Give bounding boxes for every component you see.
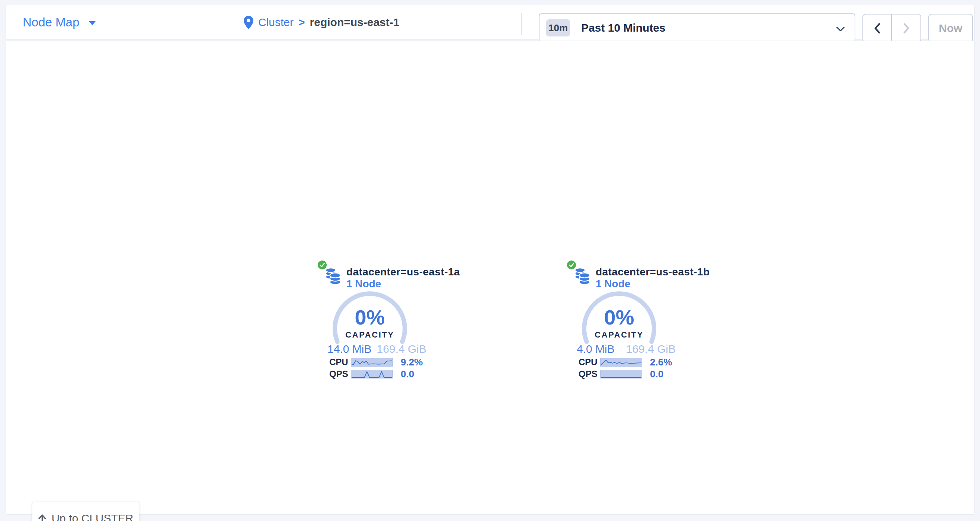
view-selector-label: Node Map: [23, 15, 79, 29]
capacity-percent: 0%: [568, 305, 670, 329]
capacity-label: CAPACITY: [318, 330, 421, 340]
breadcrumb: Cluster > region=us-east-1: [244, 5, 399, 40]
location-pin-icon: [244, 16, 253, 29]
qps-metric-row: QPS 0.0: [579, 369, 663, 379]
time-range-label: Past 10 Minutes: [581, 22, 666, 34]
locality-name: datacenter=us-east-1b: [596, 266, 710, 278]
cpu-sparkline: [600, 358, 642, 366]
up-to-cluster-label: Up to CLUSTER: [51, 512, 133, 521]
chevron-down-icon: [836, 26, 845, 33]
time-pager: [862, 14, 921, 42]
breadcrumb-cluster-link[interactable]: Cluster: [258, 16, 294, 29]
node-map-canvas: datacenter=us-east-1a 1 Node 0% CAPACITY…: [6, 41, 975, 515]
qps-label: QPS: [329, 369, 351, 379]
node-map-page: Node Map Cluster > region=us-east-1 10m …: [0, 0, 980, 521]
arrow-up-icon: [38, 513, 47, 521]
capacity-used: 4.0 MiB: [577, 343, 615, 355]
qps-value: 0.0: [650, 368, 663, 380]
topbar: Node Map Cluster > region=us-east-1 10m …: [6, 5, 975, 40]
cpu-metric-row: CPU 9.2%: [329, 357, 423, 367]
capacity-values-row: 14.0 MiB 169.4 GiB: [328, 343, 426, 355]
time-range-dropdown[interactable]: 10m Past 10 Minutes: [539, 13, 855, 42]
capacity-percent: 0%: [318, 305, 421, 329]
cpu-value: 9.2%: [401, 357, 423, 368]
breadcrumb-separator: >: [298, 16, 305, 29]
capacity-label: CAPACITY: [568, 330, 670, 340]
locality-name: datacenter=us-east-1a: [346, 266, 460, 278]
qps-metric-row: QPS 0.0: [329, 369, 414, 379]
qps-value: 0.0: [401, 368, 414, 380]
cpu-label: CPU: [329, 357, 351, 367]
topbar-divider: [521, 13, 522, 35]
chevron-right-icon: [902, 22, 910, 34]
qps-sparkline: [351, 370, 393, 378]
time-prev-button[interactable]: [863, 14, 892, 42]
now-button[interactable]: Now: [928, 14, 973, 42]
cpu-label: CPU: [579, 357, 600, 367]
cpu-metric-row: CPU 2.6%: [579, 357, 672, 367]
breadcrumb-current-locality: region=us-east-1: [310, 16, 399, 29]
qps-sparkline: [600, 370, 642, 378]
qps-label: QPS: [579, 369, 600, 379]
view-selector-dropdown[interactable]: Node Map: [23, 5, 95, 40]
capacity-total: 169.4 GiB: [377, 343, 426, 355]
cpu-value: 2.6%: [650, 357, 672, 368]
chevron-left-icon: [873, 22, 881, 34]
cpu-sparkline: [351, 358, 393, 366]
database-stack-icon: [573, 267, 592, 287]
up-to-cluster-button[interactable]: Up to CLUSTER: [32, 502, 139, 521]
capacity-values-row: 4.0 MiB 169.4 GiB: [577, 343, 676, 355]
caret-down-icon: [89, 21, 95, 25]
database-stack-icon: [324, 267, 342, 287]
time-next-button[interactable]: [892, 14, 921, 42]
locality-node-count: 1 Node: [596, 278, 630, 290]
locality-card-us-east-1a[interactable]: datacenter=us-east-1a 1 Node 0% CAPACITY…: [318, 257, 434, 385]
locality-node-count: 1 Node: [346, 278, 381, 290]
capacity-used: 14.0 MiB: [328, 343, 371, 355]
time-range-badge: 10m: [546, 19, 570, 37]
locality-card-us-east-1b[interactable]: datacenter=us-east-1b 1 Node 0% CAPACITY…: [568, 257, 683, 385]
capacity-total: 169.4 GiB: [626, 343, 676, 355]
